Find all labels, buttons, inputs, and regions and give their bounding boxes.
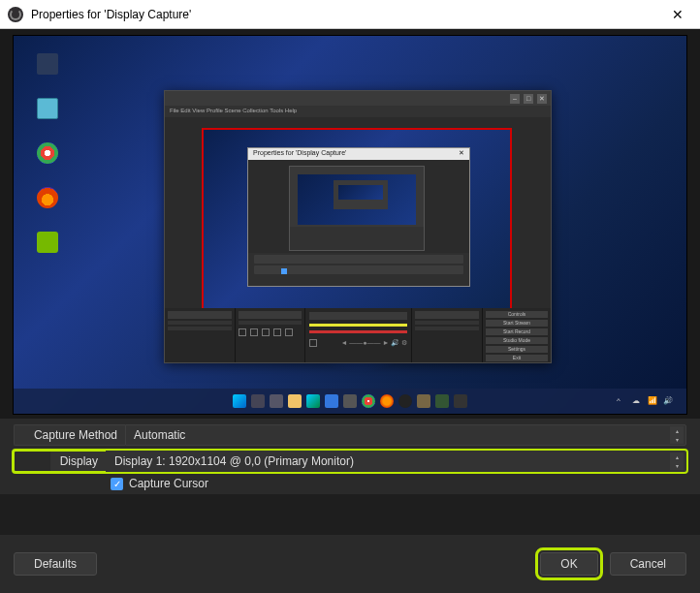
taskview-icon [270,394,283,408]
tray-wifi-icon: 📶 [648,396,657,406]
capture-method-select[interactable]: Automatic ▴▾ [125,424,686,446]
capture-method-label: Capture Method [14,424,125,446]
preview-container: – □ ✕ File Edit View Profile Scene Colle… [0,29,700,419]
app-icon [417,394,430,408]
nested-titlebar: – □ ✕ [165,91,551,106]
chevron-down-icon[interactable]: ▾ [670,461,684,470]
search-icon [251,394,265,408]
display-preview: – □ ✕ File Edit View Profile Scene Colle… [13,35,687,415]
explorer-icon [288,394,302,408]
chrome-icon [31,137,64,172]
max-icon: □ [524,94,533,104]
title-bar: Properties for 'Display Capture' ✕ [0,0,700,29]
nested-obs-window: – □ ✕ File Edit View Profile Scene Colle… [164,90,552,363]
windows-taskbar: ^ ☁ 📶 🔊 [14,389,686,414]
app-icon [454,394,467,408]
desktop-icons [31,47,64,261]
nested-controls-header: Controls [486,311,548,318]
capture-method-row: Capture Method Automatic ▴▾ [14,424,686,446]
display-row: Display Display 1: 1920x1104 @ 0,0 (Prim… [14,451,686,472]
edge-icon [306,394,320,408]
app-icon [435,394,449,408]
firefox-taskbar-icon [380,394,394,408]
start-icon [233,394,246,408]
defaults-button[interactable]: Defaults [14,552,97,576]
obs-taskbar-icon [398,394,412,408]
cancel-button[interactable]: Cancel [610,552,686,576]
close-button[interactable]: ✕ [663,5,692,24]
nested-btn: Start Record [486,328,548,335]
folder-icon [31,92,64,127]
obs-icon [8,7,23,22]
capture-outline: Properties for 'Display Capture' ✕ [202,128,512,310]
chevron-down-icon[interactable]: ▾ [670,435,684,444]
settings-icon [343,394,357,408]
capture-method-value: Automatic [134,428,185,442]
nested-dialog-title: Properties for 'Display Capture' [253,149,346,159]
nested-btn: Exit [486,355,548,361]
chrome-taskbar-icon [362,394,375,408]
dialog-footer: Defaults OK Cancel [0,535,700,593]
tray-cloud-icon: ☁ [632,396,642,406]
tray-chevron-icon: ^ [617,396,626,406]
capture-cursor-row: ✓ Capture Cursor [14,477,686,490]
nested-close-icon: ✕ [459,149,464,159]
capture-cursor-checkbox[interactable]: ✓ [111,478,123,490]
display-select[interactable]: Display 1: 1920x1104 @ 0,0 (Primary Moni… [106,451,686,472]
recycle-bin-icon [31,47,64,82]
ok-button[interactable]: OK [540,552,597,576]
nested-properties-dialog: Properties for 'Display Capture' ✕ [247,147,470,287]
chevron-up-icon[interactable]: ▴ [670,453,684,461]
min-icon: – [510,94,520,104]
capture-cursor-label: Capture Cursor [129,477,208,490]
nested-deeper [289,166,425,251]
store-icon [325,394,338,408]
firefox-icon [31,181,64,216]
chevron-up-icon[interactable]: ▴ [670,426,684,435]
nested-btn: Studio Mode [486,337,548,344]
nested-menubar: File Edit View Profile Scene Collection … [165,106,551,117]
tray-volume-icon: 🔊 [663,396,673,406]
properties-form: Capture Method Automatic ▴▾ Display Disp… [0,419,700,494]
nvidia-icon [31,226,64,261]
nested-obs-dock: ◄ ――●―― ► 🔊 ⚙ Controls Start Stream Star… [165,308,551,362]
nested-btn: Start Stream [486,320,548,327]
nested-btn: Settings [486,346,548,353]
close-icon: ✕ [537,94,547,104]
window-title: Properties for 'Display Capture' [31,8,663,21]
display-label: Display [50,451,106,472]
display-value: Display 1: 1920x1104 @ 0,0 (Primary Moni… [114,454,354,468]
